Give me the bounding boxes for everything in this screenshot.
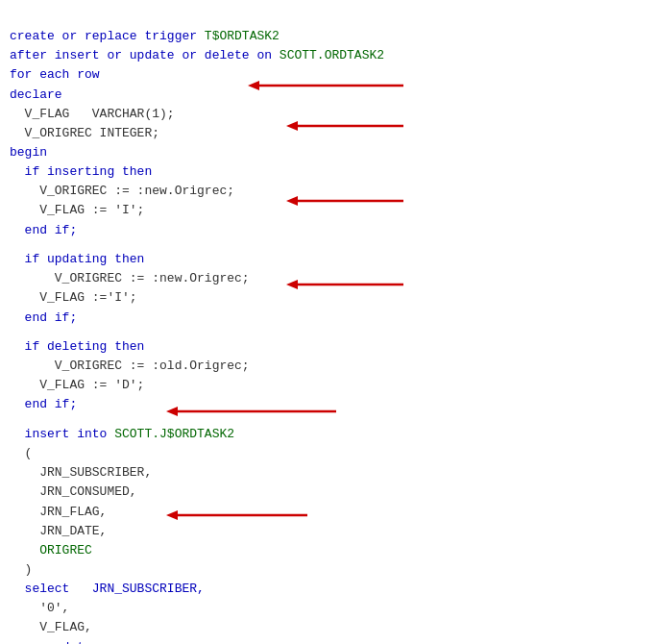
code-line: declare: [10, 86, 647, 105]
code-line: '0',: [10, 599, 647, 618]
code-line: V_FLAG := 'I';: [10, 201, 647, 220]
code-editor: create or replace trigger T$ORDTASK2afte…: [10, 8, 647, 644]
code-line: create or replace trigger T$ORDTASK2: [10, 27, 647, 46]
code-line: JRN_CONSUMED,: [10, 483, 647, 502]
code-line: V_ORIGREC INTEGER;: [10, 124, 647, 143]
code-line: sysdate,: [10, 638, 647, 644]
code-line: insert into SCOTT.J$ORDTASK2: [10, 425, 647, 444]
code-line: end if;: [10, 221, 647, 240]
code-line: (: [10, 444, 647, 463]
code-line: V_FLAG :='I';: [10, 288, 647, 308]
code-line: V_FLAG := 'D';: [10, 376, 647, 395]
code-line: ORIGREC: [10, 541, 647, 560]
code-line: end if;: [10, 395, 647, 414]
code-line: end if;: [10, 309, 647, 328]
code-line: if inserting then: [10, 162, 647, 182]
code-line: if updating then: [10, 250, 647, 269]
code-line: [10, 415, 647, 425]
code-line: [10, 328, 647, 337]
code-line: begin: [10, 143, 647, 162]
code-line: JRN_FLAG,: [10, 503, 647, 522]
code-line: after insert or update or delete on SCOT…: [10, 46, 647, 65]
code-line: JRN_DATE,: [10, 522, 647, 541]
code-line: JRN_SUBSCRIBER,: [10, 463, 647, 483]
code-line: if deleting then: [10, 337, 647, 357]
code-line: V_FLAG VARCHAR(1);: [10, 105, 647, 124]
code-line: for each row: [10, 65, 647, 85]
code-line: V_ORIGREC := :new.Origrec;: [10, 182, 647, 201]
code-line: V_ORIGREC := :new.Origrec;: [10, 269, 647, 288]
code-line: V_ORIGREC := :old.Origrec;: [10, 357, 647, 376]
code-line: V_FLAG,: [10, 618, 647, 637]
code-line: select JRN_SUBSCRIBER,: [10, 580, 647, 599]
code-line: [10, 240, 647, 250]
code-line: ): [10, 560, 647, 580]
